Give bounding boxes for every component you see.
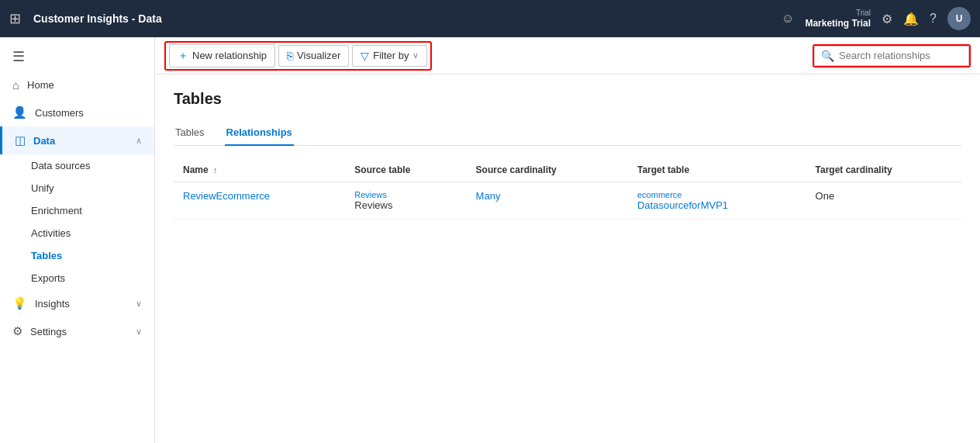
- sidebar-label-data: Data: [33, 135, 128, 147]
- tab-relationships[interactable]: Relationships: [225, 120, 294, 146]
- table-row: ReviewEcommerce Reviews Reviews Many eco…: [174, 182, 961, 220]
- help-icon[interactable]: ?: [930, 12, 937, 26]
- sidebar-item-customers[interactable]: 👤 Customers: [0, 99, 154, 126]
- new-relationship-label: New relationship: [192, 50, 267, 61]
- sidebar-item-insights[interactable]: 💡 Insights ∨: [0, 289, 154, 317]
- search-input[interactable]: [839, 50, 963, 61]
- main-layout: ☰ ⌂ Home 👤 Customers ◫ Data ∧ Data sourc…: [0, 37, 980, 443]
- tab-tables[interactable]: Tables: [174, 120, 206, 146]
- sidebar-item-home[interactable]: ⌂ Home: [0, 71, 154, 99]
- cell-name[interactable]: ReviewEcommerce: [174, 182, 345, 220]
- tabs: Tables Relationships: [174, 120, 961, 146]
- trial-name: Marketing Trial: [805, 18, 871, 29]
- relationships-table: Name ↑ Source table Source cardinality T…: [174, 158, 961, 220]
- filter-by-label: Filter by: [373, 50, 409, 61]
- sidebar-item-data-sources[interactable]: Data sources: [31, 154, 154, 177]
- home-icon: ⌂: [12, 78, 19, 92]
- insights-chevron-icon: ∨: [136, 299, 142, 309]
- sidebar-item-tables[interactable]: Tables: [31, 244, 154, 267]
- sidebar-item-enrichment[interactable]: Enrichment: [31, 199, 154, 222]
- search-box-outline: 🔍: [813, 44, 971, 67]
- sidebar: ☰ ⌂ Home 👤 Customers ◫ Data ∧ Data sourc…: [0, 37, 155, 443]
- bell-icon[interactable]: 🔔: [903, 12, 919, 26]
- new-relationship-button[interactable]: ＋ New relationship: [169, 44, 275, 67]
- app-title: Customer Insights - Data: [33, 12, 774, 25]
- insights-icon: 💡: [12, 296, 27, 310]
- sidebar-collapse-button[interactable]: ☰: [0, 42, 154, 71]
- visualizer-button[interactable]: ⎘ Visualizer: [278, 45, 349, 67]
- settings-icon[interactable]: ⚙: [882, 12, 892, 26]
- topbar: ⊞ Customer Insights - Data ☺ Trial Marke…: [0, 0, 980, 37]
- toolbar: ＋ New relationship ⎘ Visualizer ▽ Filter…: [155, 37, 980, 74]
- content-area: ＋ New relationship ⎘ Visualizer ▽ Filter…: [155, 37, 980, 443]
- col-header-target-table: Target table: [628, 158, 806, 182]
- search-icon: 🔍: [821, 50, 834, 62]
- data-chevron-icon: ∧: [136, 136, 142, 146]
- person-icon[interactable]: ☺: [782, 12, 794, 26]
- sidebar-label-settings: Settings: [30, 326, 128, 337]
- sidebar-item-data[interactable]: ◫ Data ∧: [0, 126, 154, 154]
- sidebar-label-home: Home: [27, 79, 142, 91]
- plus-icon: ＋: [178, 49, 188, 63]
- topbar-right: ☺ Trial Marketing Trial ⚙ 🔔 ? U: [782, 7, 971, 30]
- sidebar-item-exports[interactable]: Exports: [31, 267, 154, 289]
- sidebar-label-insights: Insights: [35, 298, 128, 310]
- settings-chevron-icon: ∨: [136, 327, 142, 337]
- cell-target-cardinality: One: [806, 182, 961, 220]
- trial-label: Trial: [856, 9, 871, 18]
- filter-icon: ▽: [361, 50, 369, 62]
- filter-by-button[interactable]: ▽ Filter by ∨: [352, 45, 427, 67]
- cell-target-table: ecommerce DatasourceforMVP1: [628, 182, 806, 220]
- filter-chevron-icon: ∨: [412, 50, 419, 61]
- grid-icon[interactable]: ⊞: [9, 10, 21, 27]
- sidebar-sub-data: Data sources Unify Enrichment Activities…: [0, 154, 154, 289]
- col-header-source-cardinality: Source cardinality: [467, 158, 628, 182]
- sidebar-item-activities[interactable]: Activities: [31, 222, 154, 244]
- sidebar-item-settings[interactable]: ⚙ Settings ∨: [0, 317, 154, 345]
- sidebar-label-customers: Customers: [35, 107, 142, 119]
- toolbar-left: ＋ New relationship ⎘ Visualizer ▽ Filter…: [164, 41, 432, 71]
- visualizer-icon: ⎘: [287, 50, 293, 62]
- sidebar-item-unify[interactable]: Unify: [31, 177, 154, 199]
- customers-icon: 👤: [12, 106, 27, 119]
- sort-asc-icon: ↑: [213, 165, 218, 175]
- toolbar-action-group: ＋ New relationship ⎘ Visualizer ▽ Filter…: [164, 41, 432, 71]
- avatar[interactable]: U: [947, 7, 971, 30]
- col-header-target-cardinality: Target cardinality: [806, 158, 961, 182]
- col-header-source-table: Source table: [345, 158, 466, 182]
- table-header-row: Name ↑ Source table Source cardinality T…: [174, 158, 961, 182]
- settings-sidebar-icon: ⚙: [12, 324, 22, 338]
- page-content: Tables Tables Relationships Name ↑ Sourc…: [155, 74, 980, 443]
- data-icon: ◫: [15, 133, 26, 147]
- cell-source-table: Reviews Reviews: [345, 182, 466, 220]
- trial-block: Trial Marketing Trial: [805, 9, 871, 29]
- visualizer-label: Visualizer: [297, 50, 340, 61]
- col-header-name[interactable]: Name ↑: [174, 158, 345, 182]
- search-box: 🔍: [814, 46, 969, 66]
- cell-source-cardinality: Many: [467, 182, 628, 220]
- page-title: Tables: [174, 90, 961, 108]
